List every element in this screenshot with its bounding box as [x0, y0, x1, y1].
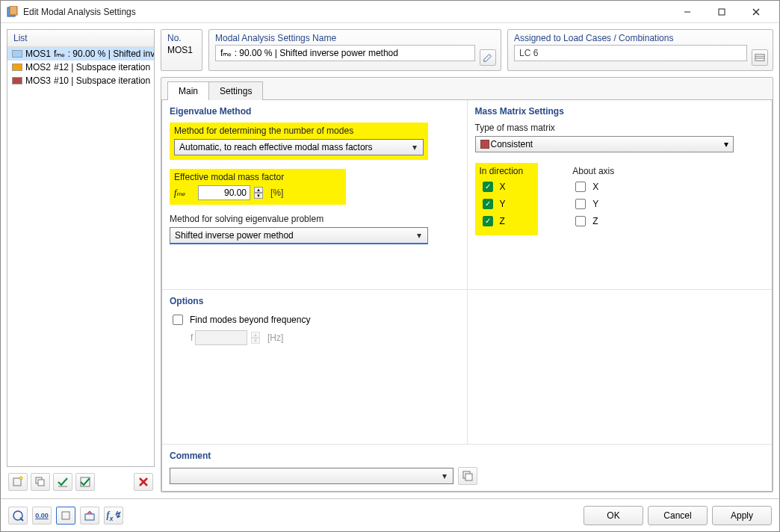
color-swatch	[12, 50, 22, 58]
edit-name-button[interactable]	[480, 49, 496, 66]
freq-input[interactable]	[195, 330, 247, 345]
list-id: MOS2	[25, 62, 51, 72]
modes-method-combo[interactable]: Automatic, to reach effective modal mass…	[174, 139, 424, 155]
uncheck-all-button[interactable]	[75, 473, 95, 491]
beyond-checkbox[interactable]	[173, 315, 183, 325]
mass-type-value: Consistent	[491, 139, 533, 149]
chevron-down-icon: ▾	[724, 139, 728, 149]
function-button[interactable]: fx↯	[104, 507, 123, 525]
freq-row: f ▲▼ [Hz]	[177, 330, 459, 345]
check-all-button[interactable]	[53, 473, 72, 491]
modes-method-value: Automatic, to reach effective modal mass…	[179, 142, 411, 152]
direction-grid: In direction X Y Z About axis X	[475, 163, 765, 235]
options-title: Options	[170, 296, 459, 306]
svg-rect-1	[10, 6, 17, 15]
factor-row: fₘₑ ▲▼ [%]	[174, 185, 341, 200]
axis-z-checkbox[interactable]	[575, 216, 586, 226]
help-button[interactable]	[8, 507, 28, 525]
comment-row: ▾	[170, 467, 764, 485]
axis-y-checkbox[interactable]	[575, 199, 586, 209]
window-buttons	[670, 1, 773, 22]
axis-x-checkbox[interactable]	[575, 182, 586, 192]
empty-column	[468, 290, 773, 445]
assigned-details-button[interactable]	[752, 49, 768, 66]
axis-x-row[interactable]: X	[572, 179, 614, 194]
solver-label: Method for solving eigenvalue problem	[170, 214, 459, 224]
beyond-row[interactable]: Find modes beyond frequency	[170, 312, 459, 327]
dialog-window: Edit Modal Analysis Settings List MOS1 f…	[0, 0, 780, 532]
dir-y-checkbox[interactable]	[483, 199, 493, 209]
dir-z-checkbox[interactable]	[483, 216, 493, 226]
cancel-button[interactable]: Cancel	[648, 506, 708, 525]
color-swatch	[480, 140, 489, 149]
assigned-label: Assigned to Load Cases / Combinations	[508, 30, 773, 45]
tab-main[interactable]: Main	[167, 81, 209, 100]
chevron-down-icon: ▾	[411, 142, 418, 152]
name-input[interactable]	[215, 45, 475, 61]
header-row: No. MOS1 Modal Analysis Settings Name As…	[161, 29, 773, 71]
client-area: List MOS1 fₘₑ : 90.00 % | Shifted invers…	[1, 23, 779, 531]
comment-group: Comment ▾	[162, 445, 772, 491]
factor-unit: [%]	[270, 188, 283, 198]
window-title: Edit Modal Analysis Settings	[23, 7, 670, 17]
modes-method-block: Method for determining the number of mod…	[170, 123, 428, 160]
dir-z-row[interactable]: Z	[480, 214, 524, 229]
dir-x-label: X	[500, 182, 506, 192]
minimize-button[interactable]	[670, 1, 705, 22]
eigen-group: Eigenvalue Method Method for determining…	[162, 100, 467, 290]
apply-button[interactable]: Apply	[712, 506, 772, 525]
factor-spinner[interactable]: ▲▼	[254, 187, 263, 199]
titlebar: Edit Modal Analysis Settings	[1, 1, 779, 23]
svg-point-7	[19, 477, 22, 480]
maximize-button[interactable]	[705, 1, 739, 22]
factor-label: Effective modal mass factor	[174, 172, 341, 182]
axis-y-label: Y	[592, 199, 598, 209]
axis-z-label: Z	[592, 216, 598, 226]
options-column: Options Find modes beyond frequency f ▲▼	[162, 290, 468, 445]
comment-edit-button[interactable]	[458, 467, 477, 485]
name-cell: Modal Analysis Settings Name	[208, 29, 501, 71]
mass-type-combo[interactable]: Consistent ▾	[475, 136, 734, 152]
dir-y-row[interactable]: Y	[480, 197, 524, 211]
reset-button[interactable]	[80, 507, 99, 525]
axis-y-row[interactable]: Y	[572, 197, 614, 211]
new-button[interactable]	[8, 473, 28, 491]
tabs-panel: Main Settings Eigenvalue Method Method f…	[161, 77, 773, 492]
chevron-down-icon: ▾	[441, 471, 448, 481]
solver-combo[interactable]: Shifted inverse power method ▾	[170, 227, 428, 244]
ok-button[interactable]: OK	[584, 506, 643, 525]
comment-combo[interactable]: ▾	[170, 468, 454, 484]
list-item-mos2[interactable]: MOS2 #12 | Subspace iteration	[7, 61, 154, 74]
modes-method-label: Method for determining the number of mod…	[174, 126, 424, 136]
list-items: MOS1 fₘₑ : 90.00 % | Shifted inverse pow…	[7, 47, 154, 466]
list-item-mos3[interactable]: MOS3 #10 | Subspace iteration	[7, 74, 154, 87]
list-item-mos1[interactable]: MOS1 fₘₑ : 90.00 % | Shifted inverse pow…	[7, 47, 154, 61]
dir-x-row[interactable]: X	[480, 179, 524, 194]
svg-line-20	[20, 518, 23, 521]
color-swatch	[12, 64, 22, 71]
copy-button[interactable]	[31, 473, 50, 491]
tab-settings[interactable]: Settings	[208, 81, 263, 100]
color-swatch	[12, 77, 22, 84]
factor-block: Effective modal mass factor fₘₑ ▲▼ [%]	[170, 169, 346, 205]
about-axis-col: About axis X Y Z	[568, 163, 619, 235]
default-settings-button[interactable]	[56, 507, 75, 525]
mass-title: Mass Matrix Settings	[475, 106, 765, 117]
bottom-bar: 0.00 fx↯ OK Cancel Apply	[1, 498, 779, 531]
axis-z-row[interactable]: Z	[572, 214, 614, 229]
no-cell: No. MOS1	[161, 29, 202, 71]
dir-x-checkbox[interactable]	[483, 182, 493, 192]
units-button[interactable]: 0.00	[32, 507, 52, 525]
dir-y-label: Y	[500, 199, 506, 209]
axis-label: About axis	[572, 166, 614, 176]
mass-group: Mass Matrix Settings Type of mass matrix…	[468, 100, 773, 290]
no-value: MOS1	[161, 45, 202, 60]
assigned-value: LC 6	[514, 45, 747, 61]
middle-section: Options Find modes beyond frequency f ▲▼	[162, 290, 772, 445]
assigned-cell: Assigned to Load Cases / Combinations LC…	[507, 29, 773, 71]
chevron-down-icon: ▾	[415, 230, 423, 241]
factor-input[interactable]	[198, 185, 250, 200]
close-button[interactable]	[739, 1, 773, 22]
list-box: List MOS1 fₘₑ : 90.00 % | Shifted invers…	[7, 29, 155, 467]
delete-button[interactable]	[134, 473, 153, 491]
